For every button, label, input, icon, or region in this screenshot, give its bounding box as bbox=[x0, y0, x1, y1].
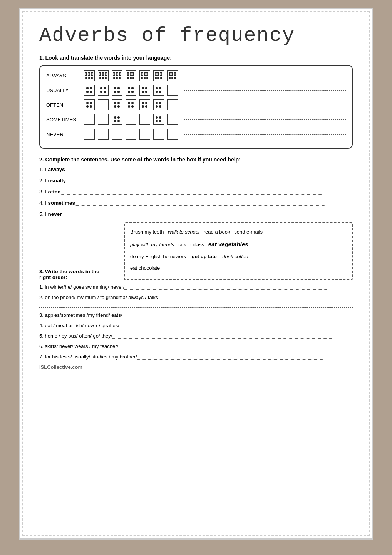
word-box-line-3: do my English homework get up late drink… bbox=[130, 252, 347, 262]
section3-title-line1: 3. Write the words in the bbox=[39, 269, 99, 274]
freq-label-often: OFTEN bbox=[46, 102, 81, 108]
worksheet-page: Adverbs of frequency 1. Look and transla… bbox=[19, 8, 373, 540]
word-box-line-2: play with my friends talk in class eat v… bbox=[130, 239, 347, 250]
sentence-4: 4. I sometimes _ _ _ _ _ _ _ _ _ _ _ _ _… bbox=[39, 200, 353, 206]
section3-container: 3. Write the words in the right order: B… bbox=[39, 222, 353, 280]
word-box-line-1: Brush my teeth walk to school read a boo… bbox=[130, 227, 347, 237]
strikethrough-text: walk to school bbox=[168, 229, 199, 235]
order-dashes-6: _ _ _ _ _ _ _ _ _ _ _ _ _ _ _ _ _ _ _ _ … bbox=[118, 343, 353, 349]
big-text-1: eat vegetables bbox=[208, 241, 248, 247]
footer: iSLCollective.com bbox=[39, 364, 353, 370]
dot-box bbox=[112, 85, 122, 96]
order-sentence-2: 2. on the phone/ my mum / to grandma/ al… bbox=[39, 294, 353, 308]
dot-box bbox=[84, 85, 95, 96]
italic-text-1: play with my friends bbox=[130, 242, 174, 247]
order-sentence-text-7: 7. for his tests/ usually/ studies / my … bbox=[39, 354, 137, 360]
order-dashes-7: _ _ _ _ _ _ _ _ _ _ _ _ _ _ _ _ _ _ _ _ … bbox=[137, 354, 323, 360]
order-dashes-1: _ _ _ _ _ _ _ _ _ _ _ _ _ _ _ _ _ _ _ _ … bbox=[124, 284, 328, 290]
dot-box bbox=[139, 99, 150, 110]
word-box-line-4: eat chocolate bbox=[130, 263, 347, 273]
dashes-3: _ _ _ _ _ _ _ _ _ _ _ _ _ _ _ _ _ _ _ _ … bbox=[62, 189, 353, 195]
order-sentence-text-4: 4. eat / meat or fish/ never / giraffes/ bbox=[39, 323, 119, 328]
order-dashes-5: _ _ _ _ _ _ _ _ _ _ _ _ _ _ _ _ _ _ _ _ … bbox=[112, 333, 333, 339]
sentence-prefix-5: 5. I never bbox=[39, 211, 62, 217]
order-sentence-text-2: 2. on the phone/ my mum / to grandma/ al… bbox=[39, 294, 158, 300]
translate-line bbox=[184, 134, 346, 135]
dot-box-empty bbox=[139, 129, 150, 140]
order-sentence-text-3: 3. apples/sometimes /my friend/ eats/ bbox=[39, 312, 122, 318]
freq-label-never: NEVER bbox=[46, 131, 81, 137]
dot-box-empty bbox=[139, 114, 150, 125]
section3-label: 3. Write the words in the right order: bbox=[39, 222, 124, 280]
dot-box bbox=[84, 99, 95, 110]
dot-box-empty bbox=[167, 129, 178, 140]
dot-box-empty bbox=[167, 99, 178, 110]
sentence-prefix-1: 1. I always bbox=[39, 166, 65, 172]
dot-box-empty bbox=[98, 129, 109, 140]
dot-box-empty bbox=[112, 129, 122, 140]
sentence-2: 2. I usually _ _ _ _ _ _ _ _ _ _ _ _ _ _… bbox=[39, 178, 353, 183]
dot-box-empty bbox=[153, 129, 164, 140]
dashes-2: _ _ _ _ _ _ _ _ _ _ _ _ _ _ _ _ _ _ _ _ … bbox=[67, 178, 353, 183]
freq-row-sometimes: SOMETIMES bbox=[46, 114, 346, 125]
word-box: Brush my teeth walk to school read a boo… bbox=[124, 222, 353, 280]
dot-box bbox=[153, 70, 164, 81]
bold-text-1: get up late bbox=[192, 254, 217, 259]
freq-label-sometimes: SOMETIMES bbox=[46, 117, 81, 123]
sentence-5: 5. I never _ _ _ _ _ _ _ _ _ _ _ _ _ _ _… bbox=[39, 211, 353, 217]
sentence-1: 1. I always _ _ _ _ _ _ _ _ _ _ _ _ _ _ … bbox=[39, 166, 353, 172]
dashes-4: _ _ _ _ _ _ _ _ _ _ _ _ _ _ _ _ _ _ _ _ … bbox=[76, 200, 353, 206]
order-sentence-3: 3. apples/sometimes /my friend/ eats/_ _… bbox=[39, 312, 353, 318]
dashes-1: _ _ _ _ _ _ _ _ _ _ _ _ _ _ _ _ _ _ _ _ … bbox=[66, 166, 353, 172]
freq-row-usually: USUALLY bbox=[46, 85, 346, 96]
dot-box-empty bbox=[84, 129, 95, 140]
footer-text: iSLCollective.com bbox=[39, 364, 82, 370]
italic-text-2: drink coffee bbox=[222, 254, 248, 259]
section1-title: 1. Look and translate the words into you… bbox=[39, 55, 353, 61]
order-sentence-text-1: 1. in winter/he/ goes swimming/ never/ bbox=[39, 284, 124, 290]
dot-box bbox=[98, 70, 109, 81]
translate-line bbox=[184, 119, 346, 120]
order-sentence-5: 5. home / by bus/ often/ go/ they/_ _ _ … bbox=[39, 333, 353, 339]
dashes-5: _ _ _ _ _ _ _ _ _ _ _ _ _ _ _ _ _ _ _ _ … bbox=[63, 211, 353, 217]
dot-box bbox=[126, 70, 136, 81]
order-sentence-6: 6. skirts/ never/ wears / my teacher/_ _… bbox=[39, 343, 353, 349]
dot-box bbox=[139, 70, 150, 81]
dot-box bbox=[139, 85, 150, 96]
dot-box bbox=[112, 114, 122, 125]
dot-box-empty bbox=[84, 114, 95, 125]
sentence-prefix-3: 3. I often bbox=[39, 189, 61, 195]
dot-box bbox=[112, 99, 122, 110]
dot-box-empty bbox=[167, 114, 178, 125]
sentence-prefix-4: 4. I sometimes bbox=[39, 200, 75, 206]
dot-box bbox=[98, 85, 109, 96]
section3-title-line2: right order: bbox=[39, 274, 67, 280]
freq-row-always: ALWAYS bbox=[46, 70, 346, 81]
freq-label-always: ALWAYS bbox=[46, 73, 81, 79]
order-sentence-4: 4. eat / meat or fish/ never / giraffes/… bbox=[39, 323, 353, 328]
freq-row-often: OFTEN bbox=[46, 99, 346, 110]
dot-box-empty bbox=[98, 99, 109, 110]
dot-box bbox=[153, 114, 164, 125]
section2-title: 2. Complete the sentences. Use some of t… bbox=[39, 156, 353, 163]
dot-box-empty bbox=[126, 114, 136, 125]
dot-box bbox=[112, 70, 122, 81]
order-dashes-4: _ _ _ _ _ _ _ _ _ _ _ _ _ _ _ _ _ _ _ _ … bbox=[119, 323, 323, 328]
dot-box-empty bbox=[126, 129, 136, 140]
order-dashes-3: _ _ _ _ _ _ _ _ _ _ _ _ _ _ _ _ _ _ _ _ … bbox=[122, 312, 326, 318]
dot-box-empty bbox=[98, 114, 109, 125]
frequency-table: ALWAYS USUALLY OFTEN bbox=[39, 65, 353, 149]
dot-box bbox=[84, 70, 95, 81]
dot-box-empty bbox=[167, 85, 178, 96]
order-sentence-1: 1. in winter/he/ goes swimming/ never/_ … bbox=[39, 284, 353, 290]
dot-box bbox=[153, 99, 164, 110]
dot-box bbox=[153, 85, 164, 96]
order-sentence-7: 7. for his tests/ usually/ studies / my … bbox=[39, 354, 353, 360]
order-sentence-text-5: 5. home / by bus/ often/ go/ they/ bbox=[39, 333, 112, 339]
long-dash-line-2: _ _ _ _ _ _ _ _ _ _ _ _ _ _ _ _ _ _ _ _ … bbox=[39, 301, 353, 308]
dot-box bbox=[167, 70, 178, 81]
dot-box bbox=[126, 99, 136, 110]
page-title: Adverbs of frequency bbox=[39, 20, 353, 47]
translate-line bbox=[184, 105, 346, 105]
freq-row-never: NEVER bbox=[46, 129, 346, 140]
